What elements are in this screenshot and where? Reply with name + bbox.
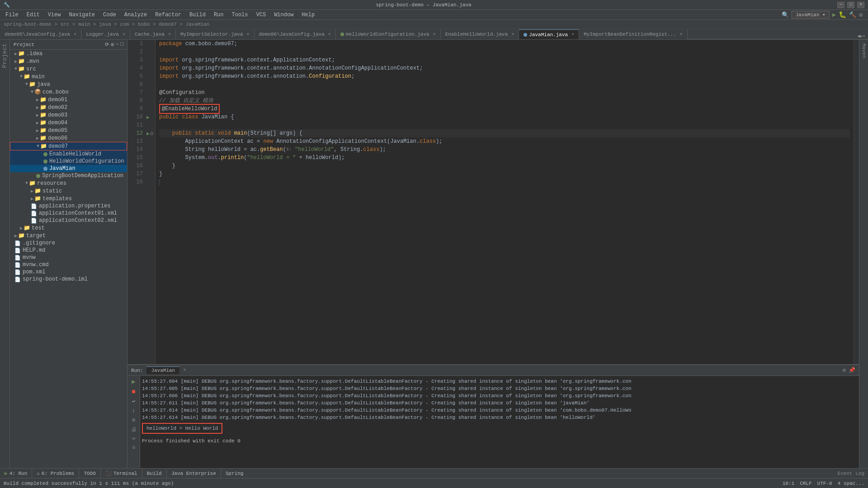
- tree-item-mvnwcmd[interactable]: 📄 mvnw.cmd: [10, 261, 127, 268]
- menu-navigate[interactable]: Navigate: [65, 11, 99, 19]
- debug-button[interactable]: 🐛: [839, 11, 846, 19]
- run-play-btn[interactable]: ▶: [132, 378, 135, 385]
- tab-demo06-javaconfig[interactable]: demo06\JavaConfig.java ×: [255, 29, 336, 39]
- cursor-position[interactable]: 18:1: [783, 481, 794, 486]
- menu-help[interactable]: Help: [298, 11, 318, 19]
- sidebar-expand-icon[interactable]: □: [120, 42, 123, 47]
- tree-item-templates[interactable]: ▶ 📁 templates: [10, 195, 127, 202]
- menu-window[interactable]: Window: [270, 11, 297, 19]
- tree-item-target[interactable]: ▶ 📁 target: [10, 232, 127, 239]
- tree-item-demo07[interactable]: ▼ 📁 demo07: [10, 142, 127, 150]
- menu-analyze[interactable]: Analyze: [121, 11, 151, 19]
- tab-demo05-javaconfig[interactable]: demo05\JavaConfig.java ×: [0, 29, 81, 39]
- project-icon[interactable]: Project: [1, 43, 8, 68]
- run-collapse-btn[interactable]: ═: [132, 436, 135, 442]
- run-expand-btn[interactable]: ≡: [132, 445, 135, 451]
- tree-item-resources[interactable]: ▼ 📁 resources: [10, 179, 127, 187]
- tab-close-icon[interactable]: ×: [123, 32, 125, 37]
- tab-run[interactable]: ▶ 4: Run: [0, 469, 32, 479]
- encoding[interactable]: UTF-8: [817, 481, 832, 486]
- run-tab-close[interactable]: ×: [183, 368, 186, 373]
- tree-item-helloworldconfig[interactable]: HelloWorldConfiguration: [10, 158, 127, 165]
- tree-item-demo01[interactable]: ▶ 📁 demo01: [10, 96, 127, 103]
- tree-item-idea[interactable]: ▶ 📁 .idea: [10, 50, 127, 57]
- tree-item-iml[interactable]: 📄 spring-boot-demo.iml: [10, 276, 127, 283]
- tree-item-javamian[interactable]: JavaMian: [10, 165, 127, 172]
- tree-item-combobo[interactable]: ▼ 📦 com.bobo: [10, 88, 127, 96]
- tree-item-src[interactable]: ▼ 📁 src: [10, 65, 127, 73]
- tab-java-enterprise[interactable]: Java Enterprise: [167, 469, 221, 479]
- tab-myimportselector[interactable]: MyImportSelector.java ×: [176, 29, 255, 39]
- tab-build[interactable]: Build: [142, 469, 167, 479]
- tab-close-icon[interactable]: ×: [74, 32, 76, 37]
- run-print-btn[interactable]: 🖨: [131, 426, 137, 433]
- run-settings-btn[interactable]: ⚙: [132, 417, 135, 423]
- menu-refactor[interactable]: Refactor: [151, 11, 185, 19]
- sidebar-sync-icon[interactable]: ⟳: [105, 42, 109, 47]
- tree-item-main[interactable]: ▼ 📁 main: [10, 73, 127, 80]
- tab-cache[interactable]: Cache.java ×: [130, 29, 176, 39]
- tree-item-gitignore[interactable]: 📄 .gitignore: [10, 239, 127, 247]
- maven-icon[interactable]: Maven: [861, 43, 867, 58]
- run-settings-icon[interactable]: ⚙: [843, 367, 846, 374]
- settings-icon[interactable]: ⚙: [859, 11, 863, 19]
- code-editor[interactable]: package com.bobo.demo07; import org.spri…: [156, 40, 854, 364]
- tree-item-test[interactable]: ▶ 📁 test: [10, 224, 127, 232]
- tab-helloworldconfig[interactable]: HelloWorldConfiguration.java ×: [336, 29, 441, 39]
- run-stop-btn[interactable]: ■: [132, 388, 135, 395]
- run-button[interactable]: ▶: [832, 11, 836, 19]
- close-button[interactable]: ×: [857, 2, 864, 8]
- tree-item-helpmd[interactable]: 📄 HELP.md: [10, 247, 127, 254]
- tab-close-icon[interactable]: ×: [328, 32, 331, 37]
- tab-close-icon[interactable]: ×: [168, 32, 171, 37]
- run-config-dropdown[interactable]: JavaMian ▾: [792, 11, 830, 19]
- tree-item-mvn[interactable]: ▶ 📁 .mvn: [10, 57, 127, 65]
- search-everywhere-icon[interactable]: 🔍: [782, 11, 789, 19]
- menu-vcs[interactable]: VCS: [253, 11, 270, 19]
- tab-problems[interactable]: ⚠ 6: Problems: [32, 469, 79, 479]
- menu-run[interactable]: Run: [210, 11, 227, 19]
- menu-code[interactable]: Code: [99, 11, 120, 19]
- tree-item-demo06[interactable]: ▶ 📁 demo06: [10, 134, 127, 142]
- sidebar-gear-icon[interactable]: ⚙: [111, 42, 114, 47]
- tab-enablehelloworld[interactable]: EnableHelloWorld.java ×: [441, 29, 519, 39]
- maximize-button[interactable]: □: [847, 2, 854, 8]
- tab-close-icon[interactable]: ×: [571, 32, 574, 37]
- tab-close-icon[interactable]: ×: [680, 32, 683, 37]
- tab-terminal[interactable]: ⬛ Terminal: [101, 469, 142, 479]
- tree-item-demo05[interactable]: ▶ 📁 demo05: [10, 127, 127, 134]
- tree-item-appprops[interactable]: 📄 application.properties: [10, 202, 127, 210]
- debug-gutter-icon[interactable]: ◯: [151, 131, 153, 136]
- menu-tools[interactable]: Tools: [228, 11, 252, 19]
- tree-item-appcontext02[interactable]: 📄 applicationContext02.xml: [10, 217, 127, 224]
- menu-build[interactable]: Build: [186, 11, 209, 19]
- tree-item-pomxml[interactable]: 📄 pom.xml: [10, 268, 127, 276]
- tree-item-mvnw[interactable]: 📄 mvnw: [10, 254, 127, 261]
- tab-javamian[interactable]: JavaMian.java ×: [519, 29, 579, 39]
- tree-item-demo04[interactable]: ▶ 📁 demo04: [10, 119, 127, 127]
- tab-spring[interactable]: Spring: [221, 469, 248, 479]
- sidebar-hide-icon[interactable]: −: [116, 42, 119, 47]
- menu-edit[interactable]: Edit: [23, 11, 43, 19]
- tree-item-appcontext01[interactable]: 📄 applicationContext01.xml: [10, 210, 127, 217]
- build-button[interactable]: 🔨: [849, 11, 856, 19]
- run-scroll-btn[interactable]: ↓: [132, 408, 135, 414]
- tree-item-springbootapp[interactable]: SpringBootDemoApplication: [10, 172, 127, 179]
- tab-close-icon[interactable]: ×: [433, 32, 436, 37]
- run-tab-javamian[interactable]: JavaMian: [146, 366, 179, 374]
- tree-item-java[interactable]: ▼ 📁 java: [10, 80, 127, 88]
- tab-close-icon[interactable]: ×: [247, 32, 250, 37]
- run-pin-icon[interactable]: 📌: [849, 367, 855, 374]
- menu-view[interactable]: View: [44, 11, 65, 19]
- line-ending[interactable]: CRLF: [800, 481, 811, 486]
- tab-todo[interactable]: TODO: [79, 469, 100, 479]
- tab-myimportbeandef[interactable]: MyImportBeanDefinitionRegist... ×: [579, 29, 688, 39]
- tab-logger[interactable]: Logger.java ×: [81, 29, 130, 39]
- tab-list-icon[interactable]: ▾: [863, 33, 865, 39]
- indent-info[interactable]: 4 spac...: [838, 481, 864, 486]
- menu-file[interactable]: File: [2, 11, 22, 19]
- tree-item-demo03[interactable]: ▶ 📁 demo03: [10, 111, 127, 119]
- tree-item-demo02[interactable]: ▶ 📁 demo02: [10, 103, 127, 111]
- run-rerun-btn[interactable]: ↩: [132, 398, 135, 405]
- tree-item-enablehelloworld[interactable]: EnableHelloWorld: [10, 150, 127, 158]
